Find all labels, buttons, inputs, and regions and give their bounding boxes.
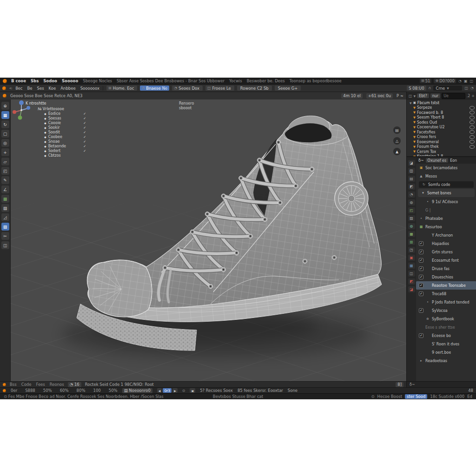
properties-tab[interactable]: ◩ [408,184,415,190]
nav-button[interactable]: △ [393,137,401,145]
visibility-eye-icon[interactable] [469,120,475,124]
properties-tab[interactable]: ◔ [408,192,415,198]
timeline-menu-item[interactable]: Fees [36,382,45,387]
properties-tab[interactable]: ◳ [408,247,415,253]
collection-item[interactable]: ◆Cbtzos [44,153,86,158]
timeline-menu-item[interactable]: Code [21,382,32,387]
viewport-menu-item[interactable]: Anbbee [60,86,75,91]
playback-option2[interactable]: 85 fees Skersr. Eooxtar [238,388,283,393]
collection-root[interactable]: № Vrlettosooe [38,107,146,112]
property-checkbox[interactable]: ✓ [419,250,423,254]
viewport-header-button[interactable]: ◔Seoes Dox [172,86,203,91]
topbar-menu-item[interactable]: Yocwis [229,79,242,83]
collection-item[interactable]: ◆Sodert✓ [44,149,86,153]
current-frame-field[interactable]: 0r3 [163,388,172,393]
properties-tab[interactable]: ◫ [408,168,415,174]
tool-button[interactable]: ⊕ [1,102,9,110]
tool-button[interactable]: ▢ [1,130,9,138]
shading-dropdown[interactable]: Crne▼ [433,86,462,91]
property-checkbox[interactable]: ✓ [419,308,423,313]
collection-item[interactable]: ◆Soesas✓ [44,116,86,121]
visibility-check-icon[interactable]: ✓ [83,116,86,121]
property-checkbox[interactable]: ✓ [419,241,423,246]
tool-button[interactable]: ↻ [1,120,9,128]
properties-tab[interactable]: ▩ [408,239,415,245]
topbar-menu-item[interactable]: Beswober be. Dees [247,79,285,83]
navigation-gizmo[interactable] [11,99,32,121]
outliner-options-button[interactable]: .2 [467,94,470,98]
outliner-item[interactable]: ▼Eooesmeral [407,139,476,145]
visibility-check-icon[interactable]: ✓ [83,126,86,130]
property-row[interactable]: 9 oert.boe [416,348,476,357]
collection-item[interactable]: ◆Coobee✓ [44,135,86,139]
collection-item[interactable]: ◆Sookir✓ [44,126,86,130]
gizmo-x-axis[interactable] [13,110,16,114]
tool-button[interactable]: ▱ [1,158,9,165]
extras-icon[interactable]: ◫ [469,79,473,83]
property-row[interactable]: ▩ Resurtoo [416,223,476,231]
gizmo-neg-axis[interactable] [18,116,22,120]
playback-option3[interactable]: Sone [288,388,298,393]
filter-icon[interactable]: ◫ [409,94,412,98]
property-row[interactable]: • Phateabe [416,214,476,223]
frame-tick-label[interactable]: 80% [77,388,86,393]
property-row[interactable]: ⊕ SyBontbook [416,315,476,323]
overlays-icon[interactable]: ◫ [464,86,468,90]
visibility-eye-icon[interactable] [469,140,475,144]
topbar-menu-item[interactable]: Sodoo [43,79,57,83]
property-checkbox[interactable]: ✓ [419,258,423,263]
properties-tab[interactable]: ▨ [408,215,415,221]
properties-tab[interactable]: ◫ [408,271,415,277]
tool-button[interactable]: ◿ [1,213,9,221]
property-checkbox[interactable]: ✓ [419,333,423,338]
viewport-menu-item[interactable]: 8ec [15,86,22,91]
tool-button[interactable]: ▨ [1,223,9,231]
snapping-chip[interactable]: S 08:U0 [407,86,426,91]
topbar-menu-item[interactable]: Sbs [31,79,39,83]
display-mode-dropdown[interactable]: ▼ [414,94,416,98]
property-row[interactable]: • 9 1s/ ACdsoco [416,198,476,206]
viewport-menu-item[interactable]: Koe [49,86,56,91]
snap-increment-chip[interactable]: +61 oec 0u [366,93,393,99]
outliner-root-row[interactable]: ▼ ▣ Fbcum tstst [407,100,476,106]
visibility-check-icon[interactable]: ✓ [83,130,86,135]
properties-tab[interactable]: ◰ [408,207,415,213]
timeline-end-button[interactable]: 8] [396,382,403,387]
visibility-eye-icon[interactable] [469,116,475,119]
sync-button[interactable]: ▣ [190,388,195,393]
property-row[interactable]: G | [416,206,476,214]
xray-icon[interactable]: ◔ [470,86,474,90]
visibility-check-icon[interactable]: ✓ [83,135,86,139]
viewport-header-button[interactable]: ∩BnaeseNe [140,86,169,91]
mode-dropdown[interactable]: 4) [9,86,12,90]
tool-button[interactable]: ∠ [1,185,9,193]
playback-clock-chip[interactable]: ◔ 16 [68,382,81,387]
property-row[interactable]: ↻ Somfu code [419,181,474,188]
breadcrumb-item[interactable]: Eon [450,159,457,163]
property-checkbox[interactable]: ✓ [419,266,423,271]
topbar-menu-item[interactable]: Sbeoge Nocles [83,79,112,83]
property-row[interactable]: ✓ Doueschios [416,273,476,281]
property-row[interactable]: ✓ SyVocoa [416,306,476,315]
outliner-item[interactable]: ▼Fosum thek [407,145,476,150]
tool-button[interactable]: ▧ [1,204,9,212]
collection-item[interactable]: ◆Snoae✓ [44,139,86,144]
property-checkbox[interactable]: ✓ [419,283,423,288]
property-row[interactable]: Y Archanon [416,231,476,239]
property-row[interactable]: ✓ Ecosamut font [416,256,476,264]
viewport-menu-item[interactable]: Ses [37,86,44,91]
collection-item[interactable]: ◆Coooie✓ [44,121,86,126]
outliner-item[interactable]: ▼Facetsfies [407,130,476,135]
outliner-item[interactable]: ▼Coceerutoe U2 [407,125,476,130]
visibility-check-icon[interactable]: ✓ [83,149,86,153]
property-row[interactable]: ✓ Eceese bo [416,331,476,340]
property-row[interactable]: ▾ Somet bsnes [418,189,475,197]
breadcrumb-path[interactable]: Oxunef es [426,158,449,163]
property-row[interactable]: ▸ Readoetoas [416,357,476,365]
tool-button[interactable]: ◎ [1,139,9,147]
property-row[interactable]: S' Roen it dves [416,340,476,348]
property-row[interactable]: ✓ Grtn stures [416,248,476,256]
topbar-menu-item[interactable]: Toonsep as bepeodbesooe [290,79,342,83]
properties-tab[interactable]: ▦ [408,231,415,237]
visibility-check-icon[interactable]: ✓ [83,121,86,126]
